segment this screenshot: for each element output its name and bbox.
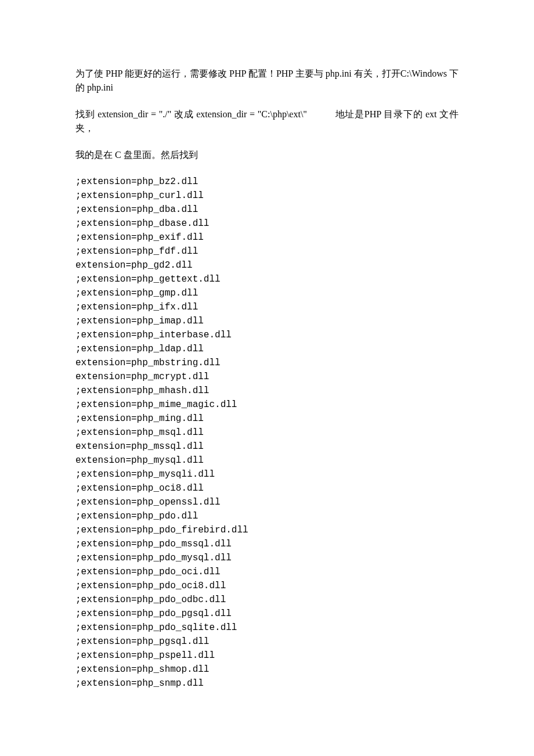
code-line: ;extension=php_snmp.dll — [75, 676, 459, 690]
paragraph-extension-dir: 找到 extension_dir = "./" 改成 extension_dir… — [75, 107, 459, 135]
code-line: ;extension=php_shmop.dll — [75, 663, 459, 676]
code-line: extension=php_mssql.dll — [75, 440, 459, 453]
code-line: ;extension=php_openssl.dll — [75, 495, 459, 509]
code-line: ;extension=php_pspell.dll — [75, 649, 459, 663]
code-line: extension=php_mbstring.dll — [75, 356, 459, 370]
code-line: ;extension=php_pdo_firebird.dll — [75, 523, 459, 537]
code-line: ;extension=php_bz2.dll — [75, 175, 459, 189]
php-ini-extensions-block: ;extension=php_bz2.dll;extension=php_cur… — [75, 175, 459, 690]
code-line: ;extension=php_gettext.dll — [75, 272, 459, 286]
code-line: ;extension=php_exif.dll — [75, 231, 459, 244]
code-line: ;extension=php_pdo_mssql.dll — [75, 537, 459, 551]
code-line: ;extension=php_pdo_odbc.dll — [75, 593, 459, 607]
code-line: ;extension=php_ming.dll — [75, 412, 459, 426]
code-line: ;extension=php_gmp.dll — [75, 286, 459, 300]
paragraph-text-part1: 找到 extension_dir = "./" 改成 extension_dir… — [75, 109, 307, 119]
code-line: ;extension=php_msql.dll — [75, 426, 459, 440]
code-line: extension=php_gd2.dll — [75, 258, 459, 272]
code-line: ;extension=php_pdo_oci.dll — [75, 565, 459, 579]
code-line: extension=php_mysql.dll — [75, 453, 459, 467]
code-line: ;extension=php_curl.dll — [75, 189, 459, 203]
code-line: ;extension=php_dba.dll — [75, 203, 459, 217]
code-line: ;extension=php_imap.dll — [75, 314, 459, 328]
code-line: ;extension=php_fdf.dll — [75, 244, 459, 258]
paragraph-text: 为了使 PHP 能更好的运行，需要修改 PHP 配置！PHP 主要与 php.i… — [75, 69, 459, 92]
code-line: ;extension=php_oci8.dll — [75, 481, 459, 495]
code-line: ;extension=php_pdo_oci8.dll — [75, 579, 459, 593]
code-line: ;extension=php_pdo.dll — [75, 509, 459, 523]
paragraph-text: 我的是在 C 盘里面。然后找到 — [75, 150, 198, 160]
code-line: ;extension=php_pdo_pgsql.dll — [75, 607, 459, 621]
code-line: ;extension=php_pgsql.dll — [75, 635, 459, 649]
code-line: ;extension=php_pdo_sqlite.dll — [75, 621, 459, 635]
code-line: ;extension=php_mysqli.dll — [75, 467, 459, 481]
paragraph-location: 我的是在 C 盘里面。然后找到 — [75, 148, 459, 162]
code-line: ;extension=php_pdo_mysql.dll — [75, 551, 459, 565]
code-line: ;extension=php_mime_magic.dll — [75, 398, 459, 412]
code-line: ;extension=php_mhash.dll — [75, 384, 459, 398]
code-line: extension=php_mcrypt.dll — [75, 370, 459, 384]
code-line: ;extension=php_ldap.dll — [75, 342, 459, 356]
code-line: ;extension=php_dbase.dll — [75, 217, 459, 231]
paragraph-intro: 为了使 PHP 能更好的运行，需要修改 PHP 配置！PHP 主要与 php.i… — [75, 67, 459, 95]
code-line: ;extension=php_ifx.dll — [75, 300, 459, 314]
code-line: ;extension=php_interbase.dll — [75, 328, 459, 342]
